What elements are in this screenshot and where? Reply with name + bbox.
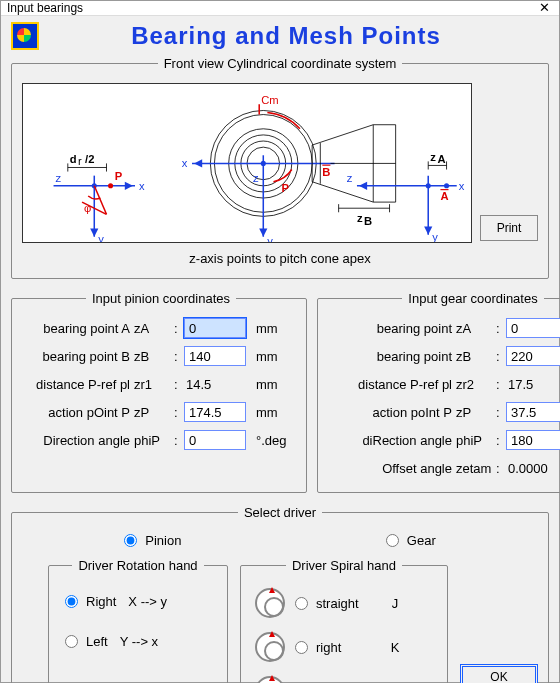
- gear-label: distance P-ref pl: [324, 377, 452, 392]
- spiral-straight-radio[interactable]: straight: [295, 596, 378, 611]
- svg-text:B: B: [364, 215, 372, 227]
- pinion-label: bearing point A: [22, 321, 130, 336]
- gear-symbol: zB: [456, 349, 492, 364]
- pinion-zp-input[interactable]: [184, 402, 246, 422]
- gear-row-zetam: Offset anglezetam:0.0000°.deg: [324, 454, 560, 482]
- pinion-zb-input[interactable]: [184, 346, 246, 366]
- ok-button[interactable]: OK: [460, 664, 538, 683]
- svg-text:z: z: [430, 151, 436, 163]
- rotation-right-radio[interactable]: Right: [65, 594, 116, 609]
- svg-point-40: [444, 183, 449, 188]
- gear-symbol: phiP: [456, 433, 492, 448]
- pinion-unit: mm: [256, 321, 300, 336]
- app-icon: [11, 22, 39, 50]
- gear-zb-input[interactable]: [506, 346, 560, 366]
- spiral-left-icon: [255, 676, 285, 683]
- gear-zp-input[interactable]: [506, 402, 560, 422]
- spiral-hand-group: Driver Spiral hand straightJrightKleftL: [240, 558, 448, 683]
- gear-label: bearing point: [324, 321, 452, 336]
- gear-zetam-value: 0.0000: [506, 461, 560, 476]
- svg-text:y: y: [267, 235, 273, 243]
- svg-text:z: z: [253, 172, 259, 184]
- pinion-phip-input[interactable]: [184, 430, 246, 450]
- front-view-group: Front view Cylindrical coordinate system…: [11, 56, 549, 279]
- gear-symbol: zP: [456, 405, 492, 420]
- pinion-symbol: zr1: [134, 377, 170, 392]
- rotation-left-map: Y --> x: [120, 634, 158, 649]
- pinion-za-input[interactable]: [184, 318, 246, 338]
- driver-gear-label: Gear: [407, 533, 436, 548]
- spiral-right-letter: K: [388, 640, 402, 655]
- rotation-right-map: X --> y: [128, 594, 167, 609]
- gear-za-input[interactable]: [506, 318, 560, 338]
- rotation-hand-legend: Driver Rotation hand: [72, 558, 203, 573]
- gear-row-zp: action poInt PzP:mm: [324, 398, 560, 426]
- gear-label: diRection angle: [324, 433, 452, 448]
- svg-text:P: P: [282, 182, 290, 194]
- svg-text:y: y: [98, 233, 104, 243]
- pinion-unit: mm: [256, 405, 300, 420]
- close-icon[interactable]: ✕: [537, 1, 551, 15]
- pinion-unit: mm: [256, 377, 300, 392]
- svg-text:r: r: [78, 155, 82, 167]
- spiral-straight-icon: [255, 588, 285, 618]
- spiral-row-left: leftL: [251, 669, 437, 683]
- svg-text:y: y: [432, 231, 438, 243]
- pinion-label: bearing point B: [22, 349, 130, 364]
- select-driver-legend: Select driver: [238, 505, 322, 520]
- pinion-symbol: zB: [134, 349, 170, 364]
- gear-label: Offset angle: [324, 461, 452, 476]
- driver-gear-radio[interactable]: Gear: [386, 533, 436, 548]
- diagram-area: z x y P φ d: [22, 83, 472, 243]
- front-view-legend: Front view Cylindrical coordinate system: [158, 56, 403, 71]
- svg-point-9: [108, 183, 113, 188]
- svg-text:d: d: [70, 153, 77, 165]
- pinion-row-zr1: distance P-ref plzr1:14.5mm: [22, 370, 300, 398]
- gear-phip-input[interactable]: [506, 430, 560, 450]
- pinion-label: action pOint P: [22, 405, 130, 420]
- pinion-symbol: zA: [134, 321, 170, 336]
- spiral-right-label: right: [316, 640, 378, 655]
- rotation-left-label: Left: [86, 634, 108, 649]
- titlebar: Input bearings ✕: [1, 1, 559, 16]
- svg-text:x: x: [139, 180, 145, 192]
- gear-symbol: zA: [456, 321, 492, 336]
- gear-label: action poInt P: [324, 405, 452, 420]
- select-driver-group: Select driver Pinion Gear Driver Rotatio…: [11, 505, 549, 683]
- pinion-zr1-value: 14.5: [184, 377, 246, 392]
- dialog-window: Input bearings ✕ Bearing and Mesh Points…: [0, 0, 560, 683]
- driver-pinion-label: Pinion: [145, 533, 181, 548]
- spiral-straight-label: straight: [316, 596, 378, 611]
- gear-zr2-value: 17.5: [506, 377, 560, 392]
- pinion-unit: mm: [256, 349, 300, 364]
- input-gear-group: Input gear coordinates bearing pointzA:m…: [317, 291, 560, 493]
- svg-marker-25: [194, 159, 202, 167]
- gear-symbol: zetam: [456, 461, 492, 476]
- pinion-row-zb: bearing point BzB:mm: [22, 342, 300, 370]
- spiral-row-straight: straightJ: [251, 581, 437, 625]
- pinion-row-zp: action pOint PzP:mm: [22, 398, 300, 426]
- rotation-left-radio[interactable]: Left: [65, 634, 108, 649]
- svg-text:φ: φ: [84, 202, 91, 214]
- spiral-right-icon: [255, 632, 285, 662]
- gear-label: bearing point: [324, 349, 452, 364]
- input-pinion-group: Input pinion coordinates bearing point A…: [11, 291, 307, 493]
- svg-text:P: P: [115, 170, 123, 182]
- pinion-legend: Input pinion coordinates: [86, 291, 236, 306]
- gear-row-zb: bearing pointzB:mm: [324, 342, 560, 370]
- print-button[interactable]: Print: [480, 215, 538, 241]
- svg-marker-38: [424, 227, 432, 235]
- gear-row-zr2: distance P-ref plzr2:17.5mm: [324, 370, 560, 398]
- svg-text:x: x: [459, 180, 465, 192]
- svg-text:B: B: [322, 166, 330, 178]
- svg-text:z: z: [357, 212, 363, 224]
- spiral-right-radio[interactable]: right: [295, 640, 378, 655]
- svg-text:/2: /2: [85, 153, 94, 165]
- window-title: Input bearings: [7, 1, 83, 15]
- svg-marker-2: [125, 182, 133, 190]
- svg-point-39: [426, 183, 431, 188]
- pinion-label: distance P-ref pl: [22, 377, 130, 392]
- driver-pinion-radio[interactable]: Pinion: [124, 533, 181, 548]
- gear-legend: Input gear coordinates: [402, 291, 543, 306]
- rotation-hand-group: Driver Rotation hand Right X --> y Left …: [48, 558, 228, 683]
